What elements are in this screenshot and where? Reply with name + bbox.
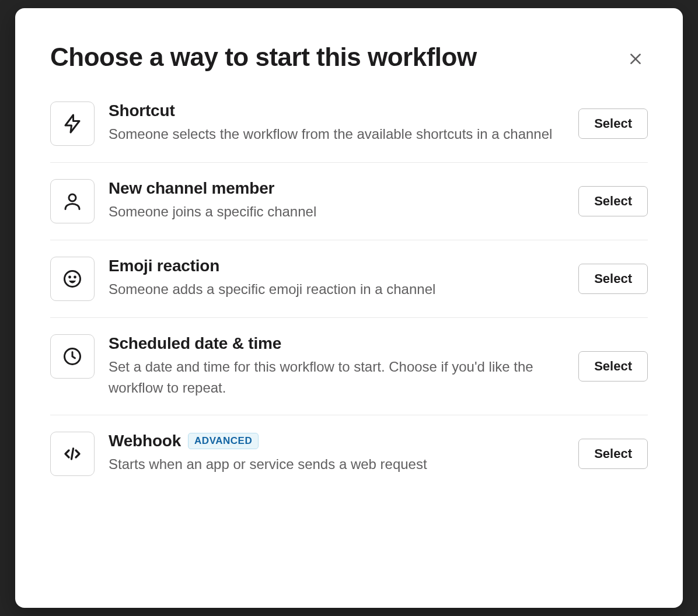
- select-button-webhook[interactable]: Select: [578, 439, 648, 469]
- option-title: New channel member: [109, 179, 274, 198]
- svg-marker-2: [65, 115, 79, 132]
- person-icon: [62, 191, 83, 212]
- clock-icon: [62, 346, 83, 367]
- select-button-shortcut[interactable]: Select: [578, 108, 648, 139]
- modal-title: Choose a way to start this workflow: [50, 43, 477, 71]
- option-title: Emoji reaction: [109, 257, 219, 275]
- option-icon-box: [50, 257, 95, 301]
- workflow-trigger-modal: Choose a way to start this workflow Shor…: [15, 8, 683, 608]
- option-description: Starts when an app or service sends a we…: [109, 454, 564, 475]
- trigger-option-scheduled: Scheduled date & time Set a date and tim…: [50, 318, 648, 415]
- trigger-option-list: Shortcut Someone selects the workflow fr…: [50, 102, 648, 492]
- select-button-scheduled[interactable]: Select: [578, 351, 648, 382]
- trigger-option-webhook: Webhook ADVANCED Starts when an app or s…: [50, 415, 648, 492]
- option-description: Someone adds a specific emoji reaction i…: [109, 279, 564, 300]
- option-text: New channel member Someone joins a speci…: [109, 179, 564, 222]
- svg-point-3: [69, 194, 76, 201]
- option-text: Webhook ADVANCED Starts when an app or s…: [109, 432, 564, 475]
- option-description: Someone selects the workflow from the av…: [109, 124, 564, 145]
- svg-line-8: [72, 449, 74, 459]
- svg-point-4: [65, 271, 81, 287]
- code-icon: [62, 443, 83, 464]
- option-text: Shortcut Someone selects the workflow fr…: [109, 102, 564, 145]
- option-title-row: Scheduled date & time: [109, 334, 564, 353]
- option-title-row: Webhook ADVANCED: [109, 432, 564, 450]
- trigger-option-new-channel-member: New channel member Someone joins a speci…: [50, 163, 648, 240]
- option-title: Webhook: [109, 432, 181, 450]
- svg-point-6: [75, 276, 76, 278]
- close-button[interactable]: [623, 47, 648, 71]
- option-title: Scheduled date & time: [109, 334, 281, 353]
- option-icon-box: [50, 179, 95, 223]
- select-button-new-channel-member[interactable]: Select: [578, 186, 648, 216]
- close-icon: [628, 51, 643, 66]
- option-icon-box: [50, 334, 95, 379]
- option-icon-box: [50, 432, 95, 476]
- option-description: Set a date and time for this workflow to…: [109, 356, 564, 398]
- option-title-row: Shortcut: [109, 102, 564, 120]
- option-icon-box: [50, 102, 95, 146]
- option-title: Shortcut: [109, 102, 175, 120]
- modal-header: Choose a way to start this workflow: [50, 43, 648, 71]
- svg-point-5: [69, 276, 71, 278]
- option-description: Someone joins a specific channel: [109, 201, 564, 222]
- advanced-badge: ADVANCED: [188, 433, 259, 449]
- smile-icon: [62, 268, 83, 289]
- option-title-row: New channel member: [109, 179, 564, 198]
- lightning-bolt-icon: [62, 113, 83, 134]
- select-button-emoji-reaction[interactable]: Select: [578, 264, 648, 294]
- trigger-option-shortcut: Shortcut Someone selects the workflow fr…: [50, 102, 648, 163]
- option-title-row: Emoji reaction: [109, 257, 564, 275]
- option-text: Scheduled date & time Set a date and tim…: [109, 334, 564, 398]
- option-text: Emoji reaction Someone adds a specific e…: [109, 257, 564, 300]
- trigger-option-emoji-reaction: Emoji reaction Someone adds a specific e…: [50, 240, 648, 318]
